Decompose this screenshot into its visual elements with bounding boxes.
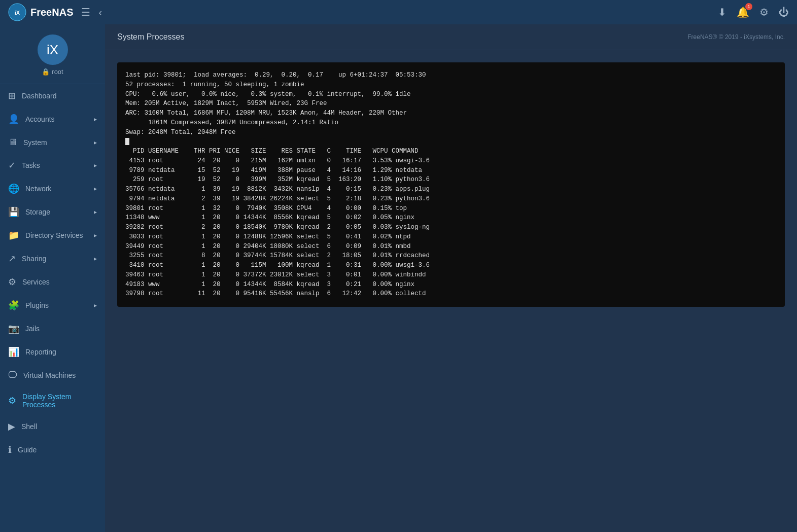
logo-icon: iX: [8, 3, 26, 21]
system-icon: 🖥: [8, 137, 17, 148]
page-title: System Processes: [117, 32, 184, 42]
plugins-arrow: ▸: [94, 302, 97, 309]
tasks-icon: ✓: [8, 160, 16, 171]
settings-icon[interactable]: ⚙: [759, 6, 769, 18]
sidebar-item-jails[interactable]: 📷 Jails: [0, 317, 105, 340]
notif-count: 1: [745, 3, 752, 10]
terminal-output: last pid: 39801; load averages: 0.29, 0.…: [117, 62, 785, 307]
sharing-icon: ↗: [8, 253, 16, 264]
power-icon[interactable]: ⏻: [779, 7, 789, 18]
sidebar-item-system[interactable]: 🖥 System ▸: [0, 131, 105, 154]
sidebar-item-dashboard[interactable]: ⊞ Dashboard: [0, 84, 105, 108]
sidebar-item-display-system-processes[interactable]: ⚙ Display System Processes: [0, 386, 105, 415]
vm-icon: 🖵: [8, 370, 17, 380]
topbar-right: ⬇ 🔔 1 ⚙ ⏻: [718, 6, 789, 18]
jails-icon: 📷: [8, 323, 19, 334]
notifications[interactable]: 🔔 1: [737, 6, 749, 18]
avatar-text: iX: [47, 42, 58, 58]
user-label: 🔒 root: [42, 68, 63, 76]
user-area: iX 🔒 root: [0, 24, 105, 84]
avatar: iX: [38, 34, 68, 65]
services-icon: ⚙: [8, 276, 16, 288]
sidebar-label-jails: Jails: [25, 325, 97, 333]
network-arrow: ▸: [94, 185, 97, 192]
storage-arrow: ▸: [94, 208, 97, 216]
sidebar-item-reporting[interactable]: 📊 Reporting: [0, 340, 105, 364]
sidebar-label-virtual-machines: Virtual Machines: [23, 371, 97, 379]
sidebar-label-system: System: [23, 138, 88, 147]
sidebar-label-guide: Guide: [18, 446, 97, 454]
main-content: System Processes FreeNAS® © 2019 - iXsys…: [105, 24, 797, 532]
topbar-left: iX FreeNAS ☰ ‹: [8, 3, 102, 21]
display-processes-icon: ⚙: [8, 395, 16, 406]
guide-icon: ℹ: [8, 444, 12, 455]
sidebar-label-storage: Storage: [25, 208, 88, 216]
reporting-icon: 📊: [8, 346, 19, 358]
username: root: [52, 68, 63, 76]
sidebar-label-accounts: Accounts: [25, 115, 88, 123]
sharing-arrow: ▸: [94, 255, 97, 262]
sidebar-label-plugins: Plugins: [25, 301, 88, 309]
storage-icon: 💾: [8, 206, 19, 218]
directory-arrow: ▸: [94, 232, 97, 239]
sidebar-item-virtual-machines[interactable]: 🖵 Virtual Machines: [0, 364, 105, 386]
sidebar-label-tasks: Tasks: [22, 161, 88, 169]
sidebar-item-directory-services[interactable]: 📁 Directory Services ▸: [0, 224, 105, 247]
sidebar-label-reporting: Reporting: [25, 348, 97, 356]
sidebar-item-plugins[interactable]: 🧩 Plugins ▸: [0, 294, 105, 317]
accounts-arrow: ▸: [94, 116, 97, 123]
system-arrow: ▸: [94, 139, 97, 146]
sidebar-label-directory-services: Directory Services: [25, 231, 88, 239]
dashboard-icon: ⊞: [8, 90, 16, 101]
sidebar-item-storage[interactable]: 💾 Storage ▸: [0, 200, 105, 224]
sidebar-label-sharing: Sharing: [22, 255, 88, 263]
sidebar-item-network[interactable]: 🌐 Network ▸: [0, 177, 105, 200]
sidebar-label-dashboard: Dashboard: [22, 92, 97, 100]
content-header: System Processes FreeNAS® © 2019 - iXsys…: [105, 24, 797, 50]
sidebar-item-guide[interactable]: ℹ Guide: [0, 438, 105, 462]
sidebar-label-network: Network: [25, 185, 88, 193]
sidebar-label-display-system-processes: Display System Processes: [22, 393, 97, 409]
logo: iX FreeNAS: [8, 3, 73, 21]
svg-text:iX: iX: [15, 10, 20, 16]
lock-icon: 🔒: [42, 68, 50, 76]
plugins-icon: 🧩: [8, 300, 19, 311]
sidebar-item-shell[interactable]: ▶ Shell: [0, 415, 105, 438]
sidebar-item-tasks[interactable]: ✓ Tasks ▸: [0, 154, 105, 177]
sidebar-item-services[interactable]: ⚙ Services: [0, 270, 105, 294]
back-icon[interactable]: ‹: [98, 7, 102, 18]
tasks-arrow: ▸: [94, 162, 97, 169]
download-icon[interactable]: ⬇: [718, 6, 726, 18]
layout: iX 🔒 root ⊞ Dashboard 👤 Accounts ▸ 🖥 Sys…: [0, 24, 797, 532]
sidebar-label-services: Services: [22, 278, 97, 286]
content-body: last pid: 39801; load averages: 0.29, 0.…: [105, 50, 797, 532]
sidebar-label-shell: Shell: [21, 422, 97, 431]
network-icon: 🌐: [8, 183, 19, 194]
sidebar-item-accounts[interactable]: 👤 Accounts ▸: [0, 108, 105, 131]
topbar: iX FreeNAS ☰ ‹ ⬇ 🔔 1 ⚙ ⏻: [0, 0, 797, 24]
shell-icon: ▶: [8, 421, 15, 432]
sidebar: iX 🔒 root ⊞ Dashboard 👤 Accounts ▸ 🖥 Sys…: [0, 24, 105, 532]
directory-icon: 📁: [8, 230, 19, 241]
sidebar-item-sharing[interactable]: ↗ Sharing ▸: [0, 247, 105, 270]
menu-icon[interactable]: ☰: [81, 6, 90, 18]
accounts-icon: 👤: [8, 114, 19, 125]
app-name: FreeNAS: [30, 7, 73, 18]
copyright: FreeNAS® © 2019 - iXsystems, Inc.: [687, 33, 785, 41]
